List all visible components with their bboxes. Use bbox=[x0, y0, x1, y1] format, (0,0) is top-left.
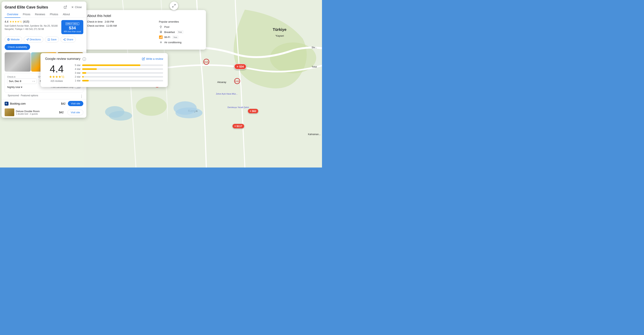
write-review-button[interactable]: Write a review bbox=[142, 57, 163, 60]
bar-fill-1star bbox=[82, 80, 89, 81]
nightly-total-dropdown: ▾ bbox=[21, 86, 22, 89]
svg-text:Aksaray: Aksaray bbox=[217, 81, 226, 84]
tab-overview[interactable]: Overview bbox=[5, 11, 20, 18]
price-marker-117[interactable]: $117 bbox=[232, 124, 244, 128]
svg-point-36 bbox=[176, 108, 202, 118]
check-availability-button[interactable]: Check availability bbox=[5, 44, 30, 50]
bar-row-2star: 2 star bbox=[73, 76, 163, 78]
booking-option-1: B. Booking.com $42 Visit site bbox=[2, 99, 86, 108]
deal-label: GREAT DEAL bbox=[66, 22, 79, 25]
action-buttons: Website Directions Save Share Check av bbox=[2, 37, 86, 52]
hotel-photo-1[interactable] bbox=[5, 52, 31, 72]
bar-label-5star: 5 star bbox=[73, 64, 80, 67]
room-price: $42 bbox=[59, 111, 64, 114]
checkin-nav[interactable]: ‹ › bbox=[32, 80, 35, 83]
bar-fill-2star bbox=[82, 76, 84, 78]
hotel-info-left: 4.4 ★★★★½ (415) İsali Gaferli Avcılar Ma… bbox=[5, 20, 61, 31]
checkin-next[interactable]: › bbox=[34, 80, 35, 83]
wifi-free-badge: free bbox=[172, 36, 178, 39]
save-button[interactable]: Save bbox=[45, 37, 59, 43]
bar-row-5star: 5 star bbox=[73, 64, 163, 67]
bar-track-4star bbox=[82, 68, 163, 70]
checkin-group: Check-in Sun, Dec 8 ‹ › bbox=[7, 76, 37, 84]
amenity-breakfast: 🖥 Breakfast free bbox=[159, 30, 201, 34]
share-button[interactable]: Share bbox=[60, 37, 76, 43]
bar-track-1star bbox=[82, 80, 163, 81]
breakfast-free-badge: free bbox=[177, 31, 183, 34]
hotel-info: 4.4 ★★★★½ (415) İsali Gaferli Avcılar Ma… bbox=[2, 18, 86, 37]
tab-prices[interactable]: Prices bbox=[20, 11, 32, 18]
svg-text:O-21: O-21 bbox=[235, 80, 240, 82]
room-option-1: Deluxe Double Room 1 double bed · 2 gues… bbox=[2, 108, 86, 118]
panel-header: Grand Elite Cave Suites Close bbox=[2, 2, 86, 10]
svg-point-15 bbox=[65, 38, 66, 39]
svg-line-21 bbox=[172, 6, 174, 7]
checkin-prev[interactable]: ‹ bbox=[32, 80, 33, 83]
external-link-button[interactable] bbox=[63, 5, 68, 10]
booking-site-name: Booking.com bbox=[10, 102, 26, 105]
info-icon[interactable]: i bbox=[82, 57, 86, 61]
svg-point-6 bbox=[136, 97, 167, 116]
bar-row-1star: 1 star bbox=[73, 79, 163, 82]
amenity-wifi: 📶 Wi-Fi free bbox=[159, 35, 201, 39]
amenity-wifi-label: Wi-Fi bbox=[164, 36, 170, 39]
bar-label-4star: 4 star bbox=[73, 68, 80, 71]
tab-photos[interactable]: Photos bbox=[48, 11, 60, 18]
bar-row-3star: 3 star bbox=[73, 72, 163, 74]
booking-price: $42 bbox=[61, 102, 65, 105]
checkin-date: Sun, Dec 8 bbox=[9, 80, 21, 83]
ac-icon: ✳ bbox=[159, 41, 163, 44]
price-amount: $34 bbox=[64, 26, 81, 31]
bar-label-3star: 3 star bbox=[73, 72, 80, 74]
marker-34-price: $34 bbox=[239, 65, 244, 68]
hotel-address: İsali Gaferli Avcılar Mah, İçeridere Sk.… bbox=[5, 24, 61, 31]
bar-fill-5star bbox=[82, 65, 140, 66]
about-panel: About this hotel Check-in time: 2:00 PM … bbox=[82, 10, 206, 50]
rating-count: 415 reviews bbox=[45, 80, 68, 82]
directions-button[interactable]: Directions bbox=[24, 37, 44, 43]
rating-summary: 4.4 ★★★★½ 415 reviews bbox=[45, 64, 68, 83]
review-count: (415) bbox=[23, 20, 29, 23]
more-options-icon[interactable]: ⋮ bbox=[80, 94, 83, 98]
marker-117-price: $117 bbox=[236, 125, 242, 128]
tab-reviews[interactable]: Reviews bbox=[32, 11, 48, 18]
map-expand-button[interactable] bbox=[170, 2, 178, 10]
room-name: Deluxe Double Room bbox=[16, 110, 58, 113]
price-marker-34[interactable]: $34 bbox=[234, 64, 246, 70]
bar-label-2star: 2 star bbox=[73, 76, 80, 78]
review-title-group: Google review summary i bbox=[45, 57, 86, 61]
bar-track-5star bbox=[82, 65, 163, 66]
bar-track-2star bbox=[82, 76, 163, 78]
nav-tabs: Overview Prices Reviews Photos About bbox=[2, 10, 86, 18]
visit-site-button-2[interactable]: Visit site bbox=[68, 110, 83, 115]
room-details: Deluxe Double Room 1 double bed · 2 gues… bbox=[16, 110, 58, 115]
header-buttons: Close bbox=[63, 5, 83, 10]
booking-logo: B. bbox=[5, 102, 8, 106]
rating-value: 4.4 bbox=[5, 20, 8, 23]
svg-point-17 bbox=[65, 40, 66, 41]
bar-fill-4star bbox=[82, 68, 97, 70]
svg-line-20 bbox=[174, 5, 176, 6]
checkin-time-row: Check-in time: 2:00 PM bbox=[87, 20, 117, 23]
booking-info: B. Booking.com bbox=[5, 102, 61, 106]
svg-point-8 bbox=[109, 111, 132, 121]
wifi-icon: 📶 bbox=[159, 35, 163, 39]
nightly-total[interactable]: Nightly total ▾ bbox=[7, 86, 22, 89]
price-marker-62[interactable]: $62 bbox=[248, 109, 258, 113]
marker-62-price: $62 bbox=[252, 110, 256, 113]
review-header: Google review summary i Write a review bbox=[45, 57, 163, 61]
close-button[interactable]: Close bbox=[70, 5, 83, 10]
svg-point-16 bbox=[64, 39, 64, 40]
svg-text:O-21: O-21 bbox=[204, 61, 209, 63]
bar-fill-3star bbox=[82, 72, 86, 74]
visit-site-button-1[interactable]: Visit site bbox=[68, 101, 83, 106]
big-rating: 4.4 bbox=[45, 64, 68, 74]
svg-line-19 bbox=[64, 39, 65, 39]
website-button[interactable]: Website bbox=[5, 37, 22, 43]
bar-row-4star: 4 star bbox=[73, 68, 163, 71]
tab-about[interactable]: About bbox=[60, 11, 72, 18]
review-content: 4.4 ★★★★½ 415 reviews 5 star 4 star 3 st… bbox=[45, 64, 163, 83]
price-badge[interactable]: GREAT DEAL $34 48% less than usual bbox=[61, 20, 83, 34]
checkin-field[interactable]: Sun, Dec 8 ‹ › bbox=[7, 78, 37, 84]
hotel-title: Grand Elite Cave Suites bbox=[5, 5, 48, 10]
